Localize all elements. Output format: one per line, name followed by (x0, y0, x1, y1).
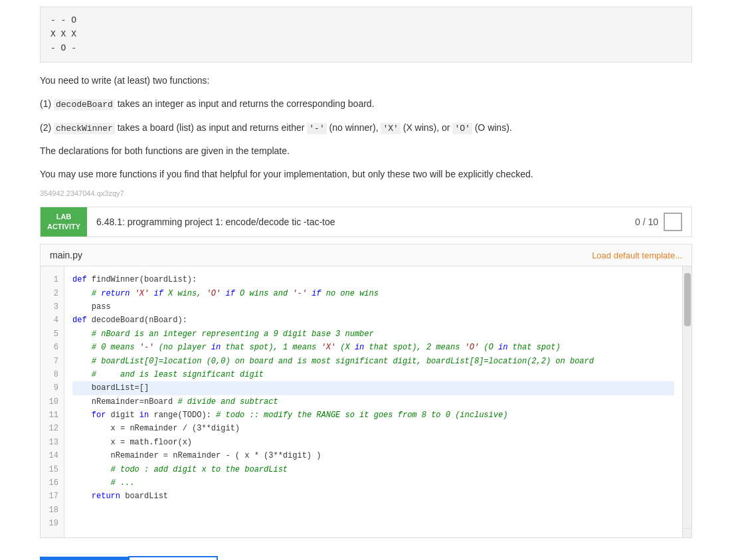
code-editor[interactable]: main.py Load default template... 1234567… (40, 244, 692, 537)
func2-text3: (X wins), or (401, 122, 453, 133)
mode-buttons: Develop mode Submit mode (40, 557, 218, 560)
func1-code: decodeBoard (54, 99, 115, 110)
func2-code3: 'X' (381, 123, 400, 134)
func1-prefix: (1) (40, 98, 54, 109)
code-line: # nBoard is an integer representing a 9 … (72, 327, 674, 341)
code-line: x = nRemainder / (3**digit) (72, 422, 674, 435)
ascii-line2: X X X (50, 28, 682, 42)
func1-text: takes an integer as input and returns th… (115, 98, 375, 109)
mode-buttons-row: Develop mode Submit mode (40, 557, 218, 560)
code-line: # boardList[0]=location (0,0) on board a… (72, 355, 674, 368)
code-line: # and is least significant digit (72, 368, 674, 381)
lab-score: 0 / 10 (626, 207, 691, 236)
func2-text2: (no winner), (327, 122, 381, 133)
lab-label: LAB ACTIVITY (41, 207, 87, 236)
func2-code: checkWinner (54, 123, 115, 134)
code-area[interactable]: def findWinner(boardList): # return 'X' … (64, 266, 682, 537)
code-line: return boardList (72, 490, 674, 503)
submit-mode-button[interactable]: Submit mode (128, 556, 218, 560)
lab-icon (664, 213, 682, 231)
helper-text: You may use more functions if you find t… (40, 169, 533, 179)
func2-code4: 'O' (452, 123, 472, 134)
ascii-line1: - - O (50, 14, 682, 28)
instructions-section: You need to write (at least) two functio… (40, 73, 692, 197)
code-line: # return 'X' if X wins, 'O' if O wins an… (72, 287, 674, 300)
func2-text4: (O wins). (472, 122, 512, 133)
code-line: # todo : add digit x to the boardList (72, 463, 674, 476)
code-line: boardList=[] (72, 381, 674, 395)
decl-text: The declarations for both functions are … (40, 145, 290, 156)
scrollbar-y[interactable] (682, 266, 691, 537)
scrollbar-bottom (683, 528, 691, 537)
code-line: nRemainder=nBoard # divide and subtract (72, 395, 674, 409)
bottom-section: Develop mode Submit mode Run your progra… (40, 549, 692, 560)
scrollbar-thumb[interactable] (684, 273, 691, 326)
editor-body[interactable]: 12345678910111213141516171819 def findWi… (41, 266, 691, 537)
ascii-art-block: - - O X X X - O - (40, 7, 692, 62)
ascii-line3: - O - (50, 42, 682, 56)
develop-mode-button[interactable]: Develop mode (40, 557, 128, 560)
editor-header: main.py Load default template... (41, 244, 691, 266)
load-template-link[interactable]: Load default template... (592, 250, 682, 260)
code-line: nRemainder = nRemainder - ( x * (3**digi… (72, 449, 674, 462)
intro-text: You need to write (at least) two functio… (40, 75, 210, 86)
lab-activity-bar: LAB ACTIVITY 6.48.1: programming project… (40, 207, 692, 237)
lab-activity-title: 6.48.1: programming project 1: encode/de… (87, 207, 626, 236)
code-line: x = math.floor(x) (72, 436, 674, 449)
code-line: # ... (72, 476, 674, 490)
func2-code2: '-' (307, 123, 326, 134)
code-line: def findWinner(boardList): (72, 273, 674, 286)
bottom-description: Run your program as many times as you'd … (229, 557, 692, 560)
code-line: # 0 means '-' (no player in that spot), … (72, 341, 674, 354)
func2-text1: takes a board (list) as input and return… (115, 122, 307, 133)
code-line: pass (72, 300, 674, 314)
code-line: def decodeBoard(nBoard): (72, 314, 674, 327)
editor-filename: main.py (50, 250, 82, 260)
line-numbers: 12345678910111213141516171819 (41, 266, 64, 537)
func2-prefix: (2) (40, 122, 54, 133)
code-line: for digit in range(TODO): # todo :: modi… (72, 409, 674, 422)
meta-id: 354942.2347044.qx3zqy7 (40, 189, 692, 197)
